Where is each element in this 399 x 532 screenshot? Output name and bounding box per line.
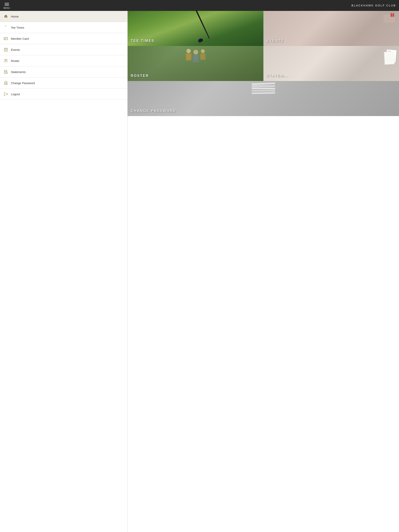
events-icon: 30 <box>3 47 9 52</box>
menu-label: MENU <box>4 7 10 9</box>
sidebar-item-change-password-label: Change Password <box>11 81 35 85</box>
tile-events-label: EVENTS <box>266 39 284 43</box>
home-icon <box>3 14 9 19</box>
app-title: BLACKHAWK GOLF CLUB <box>351 4 396 7</box>
sidebar-item-events[interactable]: 30 Events <box>0 44 127 55</box>
sidebar-item-member-card-label: Member Card <box>11 37 29 40</box>
svg-rect-16 <box>6 72 7 73</box>
svg-point-11 <box>6 60 7 61</box>
tile-tee-times[interactable]: TEE TIMES <box>128 11 263 46</box>
sidebar-item-events-label: Events <box>11 48 20 51</box>
svg-point-20 <box>6 83 6 84</box>
tiles-grid: TEE TIMES EVENTS <box>128 11 399 116</box>
roster-icon <box>3 58 9 63</box>
change-password-icon <box>3 80 9 86</box>
sidebar-item-change-password[interactable]: Change Password <box>0 77 127 89</box>
sidebar-item-statements-label: Statements <box>11 70 26 74</box>
sidebar-item-roster[interactable]: Roster <box>0 55 127 66</box>
sidebar-item-logout[interactable]: Logout <box>0 89 127 100</box>
tee-times-icon <box>3 25 9 30</box>
sidebar-item-logout-label: Logout <box>11 93 20 96</box>
menu-button[interactable] <box>3 2 11 7</box>
main-layout: Home Tee Times Member Card <box>0 11 399 532</box>
sidebar-item-tee-times[interactable]: Tee Times <box>0 22 127 33</box>
app-header: MENU BLACKHAWK GOLF CLUB <box>0 0 399 11</box>
tile-change-password-label: CHANGE PASSWORD <box>131 109 176 113</box>
tile-change-password[interactable]: CHANGE PASSWORD <box>128 81 399 116</box>
statements-icon <box>3 69 9 75</box>
content-area: TEE TIMES EVENTS <box>128 11 399 532</box>
sidebar-item-roster-label: Roster <box>11 59 19 63</box>
svg-point-10 <box>5 59 6 61</box>
svg-text:30: 30 <box>5 50 7 51</box>
sidebar-item-tee-times-label: Tee Times <box>11 26 24 29</box>
sidebar-item-member-card[interactable]: Member Card <box>0 33 127 44</box>
tile-statements-label: STATEM... <box>266 74 289 78</box>
svg-point-0 <box>6 26 6 26</box>
member-card-icon <box>3 36 9 41</box>
logout-icon <box>3 91 9 97</box>
sidebar-item-home[interactable]: Home <box>0 11 127 22</box>
tile-roster[interactable]: ROSTER <box>128 46 263 81</box>
menu-button-wrap[interactable]: MENU <box>3 2 11 9</box>
tile-statements[interactable]: Charge Amount Paid $0.00 Amount Paid STA… <box>264 46 399 81</box>
tile-events[interactable]: EVENTS <box>264 11 399 46</box>
sidebar: Home Tee Times Member Card <box>0 11 128 532</box>
tile-tee-times-label: TEE TIMES <box>131 39 154 43</box>
svg-rect-1 <box>4 37 8 40</box>
sidebar-item-statements[interactable]: Statements <box>0 66 127 77</box>
tile-roster-label: ROSTER <box>131 74 149 78</box>
sidebar-item-home-label: Home <box>11 15 19 18</box>
